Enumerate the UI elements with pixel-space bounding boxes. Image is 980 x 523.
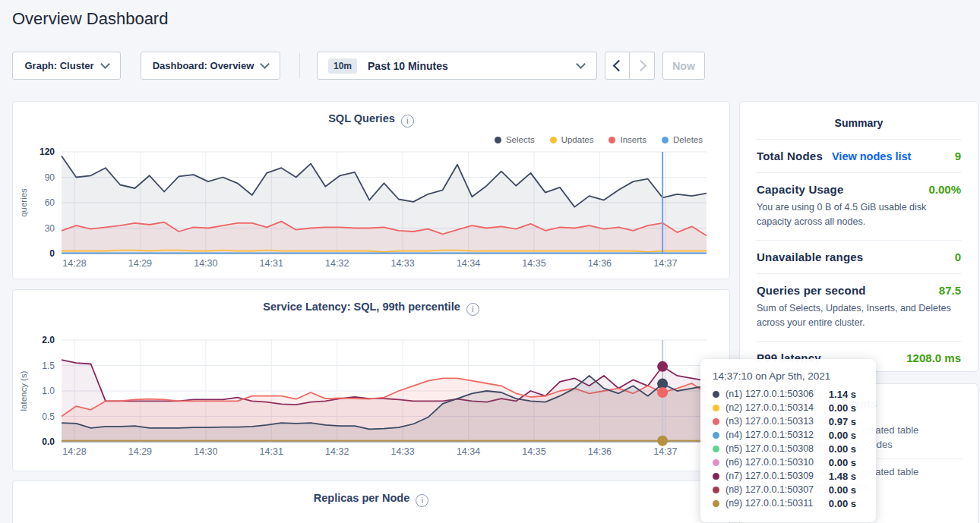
tooltip-node-row: (n1) 127.0.0.1:503061.14 s xyxy=(713,387,864,401)
tooltip-node-row: (n5) 127.0.0.1:503080.00 s xyxy=(713,442,864,455)
tooltip-node-row: (n8) 127.0.0.1:503070.00 s xyxy=(713,483,864,496)
total-nodes-value: 9 xyxy=(955,150,961,162)
view-nodes-list-link[interactable]: View nodes list xyxy=(832,150,912,162)
graph-dropdown-label: Graph: Cluster xyxy=(24,60,93,71)
node-color-dot-icon xyxy=(713,473,719,480)
time-range-badge: 10m xyxy=(328,58,357,74)
legend-dot-icon xyxy=(495,137,501,143)
svg-text:0: 0 xyxy=(49,248,55,259)
tooltip-node-label: (n7) 127.0.0.1:50309 xyxy=(726,471,814,481)
svg-text:14:35: 14:35 xyxy=(522,258,545,269)
service-latency-plot[interactable]: 0.00.51.01.52.014:2814:2914:3014:3114:32… xyxy=(13,334,729,462)
node-color-dot-icon xyxy=(713,500,719,507)
svg-text:14:35: 14:35 xyxy=(522,446,545,457)
svg-text:14:33: 14:33 xyxy=(390,258,414,269)
info-icon[interactable]: i xyxy=(401,115,414,128)
tooltip-node-label: (n6) 127.0.0.1:50310 xyxy=(726,457,814,468)
time-next-button[interactable] xyxy=(630,52,655,80)
svg-text:14:32: 14:32 xyxy=(325,446,349,457)
svg-text:1.0: 1.0 xyxy=(42,386,55,396)
replicas-per-node-title: Replicas per Nodei xyxy=(13,492,729,507)
svg-text:14:33: 14:33 xyxy=(390,446,414,457)
graph-dropdown[interactable]: Graph: Cluster xyxy=(12,52,121,80)
now-button[interactable]: Now xyxy=(662,52,705,80)
total-nodes-label: Total Nodes xyxy=(757,150,823,162)
node-color-dot-icon xyxy=(713,405,719,411)
node-color-dot-icon xyxy=(713,418,719,425)
svg-text:14:29: 14:29 xyxy=(128,258,152,269)
svg-text:14:29: 14:29 xyxy=(128,446,152,457)
tooltip-node-value: 1.14 s xyxy=(829,389,864,400)
tooltip-node-value: 1.48 s xyxy=(829,471,864,482)
svg-text:14:30: 14:30 xyxy=(194,446,217,457)
svg-text:14:34: 14:34 xyxy=(457,258,480,269)
legend-dot-icon xyxy=(609,137,615,143)
tooltip-node-row: (n2) 127.0.0.1:503140.00 s xyxy=(713,401,864,414)
replicas-per-node-card: Replicas per Nodei xyxy=(12,480,730,523)
legend-label: Inserts xyxy=(620,135,646,144)
tooltip-node-row: (n7) 127.0.0.1:503091.48 s xyxy=(713,469,864,483)
svg-text:0.0: 0.0 xyxy=(42,436,55,447)
svg-text:14:28: 14:28 xyxy=(62,446,86,457)
svg-text:60: 60 xyxy=(45,197,55,208)
time-range-label: Past 10 Minutes xyxy=(368,60,448,72)
svg-text:14:34: 14:34 xyxy=(457,446,480,457)
chevron-down-icon xyxy=(260,59,270,69)
summary-unavailable-ranges: Unavailable ranges 0 xyxy=(757,250,961,263)
summary-panel: Summary Total Nodes View nodes list 9 Ca… xyxy=(739,101,978,372)
tooltip-node-label: (n3) 127.0.0.1:50313 xyxy=(726,416,814,427)
tooltip-node-row: (n4) 127.0.0.1:503120.00 s xyxy=(713,428,864,442)
sql-queries-legend: SelectsUpdatesInsertsDeletes xyxy=(495,135,703,144)
sql-queries-title: SQL Queriesi xyxy=(13,112,729,128)
summary-qps: Queries per second 87.5 Sum of Selects, … xyxy=(757,284,961,331)
legend-label: Updates xyxy=(561,135,594,144)
qps-value: 87.5 xyxy=(939,284,961,297)
legend-dot-icon xyxy=(550,137,557,143)
service-latency-card: Service Latency: SQL, 99th percentilei 0… xyxy=(12,289,730,471)
tooltip-node-label: (n8) 127.0.0.1:50307 xyxy=(726,484,814,495)
time-step-buttons xyxy=(605,52,655,80)
dashboard-dropdown[interactable]: Dashboard: Overview xyxy=(141,52,280,80)
svg-text:latency (s): latency (s) xyxy=(19,370,28,411)
time-range-picker[interactable]: 10m Past 10 Minutes xyxy=(317,52,597,80)
tooltip-node-value: 0.00 s xyxy=(829,498,864,509)
tooltip-node-label: (n9) 127.0.0.1:50311 xyxy=(726,498,813,509)
unavailable-ranges-value: 0 xyxy=(955,250,961,263)
svg-text:14:30: 14:30 xyxy=(194,258,217,269)
legend-item-selects[interactable]: Selects xyxy=(495,135,535,144)
info-icon[interactable]: i xyxy=(416,494,428,507)
svg-text:14:37: 14:37 xyxy=(653,446,677,457)
tooltip-node-value: 0.97 s xyxy=(829,416,864,427)
legend-item-inserts[interactable]: Inserts xyxy=(609,135,646,144)
svg-text:120: 120 xyxy=(40,147,55,157)
dashboard-dropdown-label: Dashboard: Overview xyxy=(153,60,254,71)
node-color-dot-icon xyxy=(713,487,719,493)
service-latency-title: Service Latency: SQL, 99th percentilei xyxy=(13,301,729,316)
node-color-dot-icon xyxy=(713,391,719,398)
qps-label: Queries per second xyxy=(757,284,866,297)
tooltip-node-value: 0.00 s xyxy=(829,443,864,455)
svg-text:90: 90 xyxy=(45,172,55,183)
p99-value: 1208.0 ms xyxy=(906,351,961,364)
chevron-down-icon xyxy=(100,59,110,69)
tooltip-node-value: 0.00 s xyxy=(829,430,864,441)
toolbar-divider xyxy=(299,53,300,78)
legend-item-updates[interactable]: Updates xyxy=(550,135,594,144)
svg-text:30: 30 xyxy=(45,223,55,234)
tooltip-node-row: (n6) 127.0.0.1:503100.00 s xyxy=(713,455,864,469)
summary-title: Summary xyxy=(740,117,978,129)
capacity-value: 0.00% xyxy=(928,183,961,196)
info-icon[interactable]: i xyxy=(466,303,479,316)
sql-queries-plot[interactable]: 030609012014:2814:2914:3014:3114:3214:33… xyxy=(13,146,729,273)
node-color-dot-icon xyxy=(713,432,719,439)
unavailable-ranges-label: Unavailable ranges xyxy=(757,250,863,263)
legend-item-deletes[interactable]: Deletes xyxy=(662,135,703,144)
summary-capacity: Capacity Usage 0.00% You are using 0 B o… xyxy=(757,183,961,230)
tooltip-node-label: (n2) 127.0.0.1:50314 xyxy=(726,402,814,413)
node-color-dot-icon xyxy=(713,446,719,452)
svg-text:14:31: 14:31 xyxy=(260,258,283,269)
time-prev-button[interactable] xyxy=(605,52,630,80)
sql-queries-card: SQL Queriesi SelectsUpdatesInsertsDelete… xyxy=(12,101,730,279)
svg-text:14:36: 14:36 xyxy=(588,446,612,457)
svg-text:14:28: 14:28 xyxy=(62,258,86,269)
